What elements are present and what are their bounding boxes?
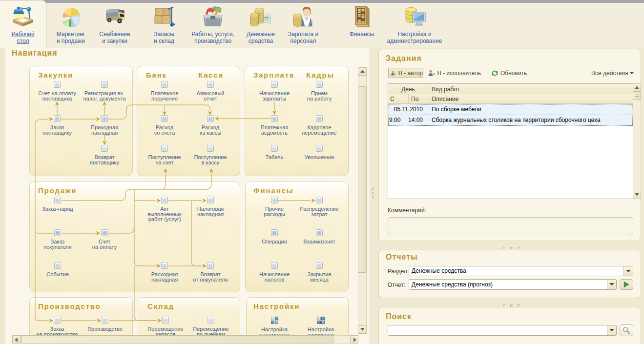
svg-text:?: ?: [394, 72, 396, 76]
svg-text:?: ?: [433, 72, 435, 77]
